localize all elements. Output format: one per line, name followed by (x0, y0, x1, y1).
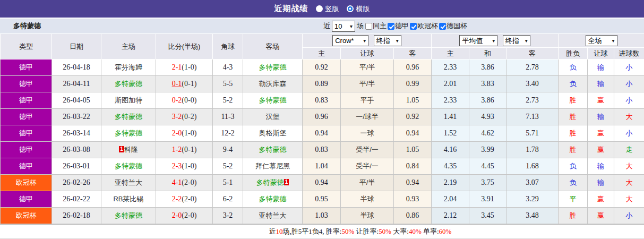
away-team[interactable]: 多特蒙德1 (243, 175, 303, 191)
euro-draw-odds: 3.86 (469, 59, 506, 76)
radio-vertical-layout[interactable]: 竖版 (316, 4, 339, 14)
unchecked-checkbox-icon[interactable] (365, 23, 372, 30)
away-team-name[interactable]: 多特蒙德 (259, 146, 287, 153)
result-handicap: 赢 (588, 142, 614, 158)
home-team-name[interactable]: 霍芬海姆 (115, 63, 142, 71)
euro-away-odds: 2.73 (506, 92, 559, 109)
score-cell[interactable]: 2-0(1-0) (156, 125, 213, 142)
home-team[interactable]: 1科隆 (101, 142, 156, 158)
corner-score: 9-4 (213, 142, 243, 158)
filter-德国杯[interactable]: 德国杯 (439, 21, 467, 31)
away-team[interactable]: 奥格斯堡 (243, 125, 303, 142)
result-wdl: 负 (559, 158, 588, 175)
euro-home-odds: 1.52 (432, 125, 469, 142)
asian-home-odds: 0.94 (303, 175, 341, 191)
summary-text-segment: 让胜率: (354, 227, 379, 236)
filter-德甲[interactable]: 德甲 (388, 21, 409, 31)
league-badge: 德甲 (1, 125, 52, 142)
summary-text-segment: 10 (276, 227, 283, 236)
red-card-icon: 1 (119, 146, 124, 152)
radio-button-icon[interactable] (316, 5, 323, 12)
home-team[interactable]: 多特蒙德 (101, 208, 156, 224)
asian-handicap: 平/半 (341, 59, 394, 76)
summary-text-segment: 40% (409, 227, 422, 236)
col-header-type: 类型 (1, 34, 52, 59)
asian-handicap: 平/半 (341, 76, 394, 92)
away-team-name[interactable]: 奥格斯堡 (259, 129, 287, 137)
radio-button-icon[interactable] (347, 5, 354, 12)
chevron-down-icon: ▾ (363, 38, 366, 44)
away-team[interactable]: 多特蒙德 (243, 142, 303, 158)
away-team[interactable]: 多特蒙德 (243, 59, 303, 76)
home-team-name[interactable]: RB莱比锡 (113, 195, 143, 203)
score-cell[interactable]: 1-2(0-1) (156, 142, 213, 158)
euro-stage-select[interactable]: 终指▾ (503, 35, 530, 46)
asian-away-odds: 0.96 (394, 59, 432, 76)
home-team-name[interactable]: 多特蒙德 (115, 113, 142, 121)
match-row: 德甲 26-03-08 1科隆 1-2(0-1) 9-4 多特蒙德 0.83 受… (1, 142, 644, 158)
score-cell[interactable]: 0-2(0-0) (156, 92, 213, 109)
result-goals: 小 (614, 76, 644, 92)
home-team[interactable]: 斯图加特 (101, 92, 156, 109)
home-team[interactable]: 多特蒙德 (101, 125, 156, 142)
corner-score: 5-2 (213, 92, 243, 109)
home-team[interactable]: 亚特兰大 (101, 175, 156, 191)
euro-home-odds: 2.12 (432, 208, 469, 224)
home-team-name[interactable]: 亚特兰大 (115, 178, 142, 186)
result-scope-select[interactable]: 全场▾ (586, 35, 617, 46)
score-cell[interactable]: 4-1(2-0) (156, 175, 213, 191)
checked-checkbox-icon[interactable] (388, 23, 394, 30)
away-team[interactable]: 勒沃库森 (243, 76, 303, 92)
home-team-name[interactable]: 多特蒙德 (115, 162, 142, 170)
away-team[interactable]: 汉堡 (243, 109, 303, 125)
euro-company-select[interactable]: 平均值▾ (459, 35, 497, 46)
score-cell[interactable]: 2-2(2-0) (156, 191, 213, 208)
match-date: 26-04-05 (52, 92, 101, 109)
match-row: 欧冠杯 26-02-18 多特蒙德 2-0(2-0) 3-2 亚特兰大 1.03… (1, 208, 644, 224)
home-team-name[interactable]: 科隆 (124, 146, 138, 153)
home-team-name[interactable]: 斯图加特 (115, 96, 142, 104)
filter-同主[interactable]: 同主 (365, 21, 387, 31)
away-team-name[interactable]: 多特蒙德 (259, 96, 287, 104)
away-team-name[interactable]: 拜仁慕尼黑 (255, 162, 290, 170)
home-team-name[interactable]: 多特蒙德 (115, 129, 142, 137)
away-team-name[interactable]: 多特蒙德 (259, 195, 287, 203)
col-header-away: 客场 (243, 34, 303, 59)
away-team[interactable]: 多特蒙德 (243, 191, 303, 208)
filter-欧冠杯[interactable]: 欧冠杯 (410, 21, 438, 31)
radio-horizontal-layout[interactable]: 横版 (347, 4, 370, 14)
home-team-name[interactable]: 多特蒙德 (115, 211, 142, 219)
asian-stage-select[interactable]: 终指▾ (374, 35, 401, 46)
result-handicap: 输 (588, 76, 614, 92)
result-wdl: 负 (559, 59, 588, 76)
away-team-name[interactable]: 勒沃库森 (259, 80, 287, 88)
score-cell[interactable]: 2-3(1-0) (156, 158, 213, 175)
home-team-name[interactable]: 多特蒙德 (115, 80, 142, 88)
score-cell[interactable]: 2-1(1-0) (156, 59, 213, 76)
away-team[interactable]: 亚特兰大 (243, 208, 303, 224)
away-team-name[interactable]: 亚特兰大 (259, 211, 287, 219)
away-team-name[interactable]: 多特蒙德 (259, 63, 287, 71)
result-wdl: 胜 (559, 125, 588, 142)
home-team[interactable]: 霍芬海姆 (101, 59, 156, 76)
home-team[interactable]: RB莱比锡 (101, 191, 156, 208)
asian-away-odds: 0.86 (394, 208, 432, 224)
home-team[interactable]: 多特蒙德 (101, 158, 156, 175)
league-badge: 德甲 (1, 76, 52, 92)
recent-count-select[interactable]: 10▾ (332, 21, 355, 32)
away-team[interactable]: 拜仁慕尼黑 (243, 158, 303, 175)
away-team-name[interactable]: 汉堡 (266, 113, 280, 121)
score-cell[interactable]: 2-0(2-0) (156, 208, 213, 224)
checked-checkbox-icon[interactable] (439, 23, 446, 30)
euro-draw-odds: 3.83 (469, 76, 506, 92)
asian-handicap: 受半/一 (341, 158, 394, 175)
euro-away-odds: 2.78 (506, 59, 559, 76)
score-cell[interactable]: 3-2(0-2) (156, 109, 213, 125)
away-team[interactable]: 多特蒙德 (243, 92, 303, 109)
home-team[interactable]: 多特蒙德 (101, 109, 156, 125)
away-team-name[interactable]: 多特蒙德 (256, 178, 284, 186)
checked-checkbox-icon[interactable] (410, 23, 417, 30)
score-cell[interactable]: 0-1(0-1) (156, 76, 213, 92)
home-team[interactable]: 多特蒙德 (101, 76, 156, 92)
asian-company-select[interactable]: Crow*▾ (332, 35, 368, 46)
